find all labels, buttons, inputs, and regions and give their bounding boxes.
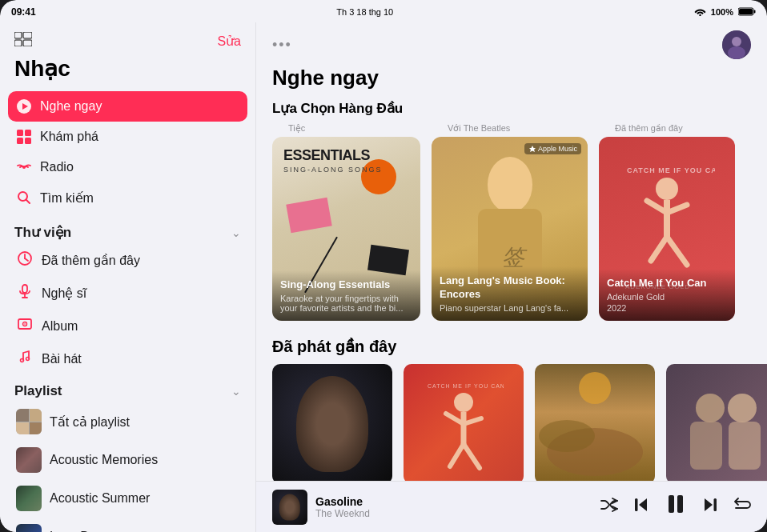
recent-card-gasoline[interactable] — [272, 364, 392, 481]
svg-point-35 — [656, 178, 678, 200]
svg-line-40 — [667, 237, 687, 265]
svg-line-48 — [464, 444, 480, 468]
now-playing-info: Gasoline The Weeknd — [315, 495, 592, 519]
recent-card-desert[interactable] — [535, 364, 655, 481]
desert-thumb — [535, 364, 655, 481]
playlist-item-label: Acoustic Summer — [50, 491, 150, 506]
status-time: 09:41 — [11, 6, 36, 18]
svg-line-47 — [450, 444, 464, 466]
search-icon — [16, 190, 32, 206]
playlist-chevron-icon[interactable]: ⌄ — [231, 385, 241, 398]
essentials-overlay: Sing-Along Essentials Karaoke at your fi… — [272, 270, 420, 321]
svg-rect-10 — [17, 130, 23, 136]
playlist-section-header: Playlist ⌄ — [0, 375, 255, 402]
catch-sublabel: Đã thêm gần đây — [599, 123, 735, 134]
svg-point-30 — [728, 46, 745, 59]
playlist-item-acoustic-summer[interactable]: Acoustic Summer — [8, 479, 247, 518]
library-item-label: Đã thêm gần đây — [42, 253, 140, 268]
edit-button[interactable]: Sửa — [217, 34, 241, 49]
library-section-header: Thư viện ⌄ — [0, 216, 255, 244]
adekunle-thumb: CATCH ME IF YOU CAN — [404, 364, 524, 481]
music-note-icon — [16, 350, 34, 368]
shuffle-button[interactable] — [600, 498, 618, 516]
svg-point-14 — [22, 166, 26, 169]
library-item-label: Album — [42, 319, 78, 334]
lang-sublabel: Với The Beatles — [432, 123, 588, 134]
sidebar-item-search[interactable]: Tìm kiếm — [8, 182, 247, 213]
content-scroll: Lựa Chọn Hàng Đầu Tiệc ESSENTIALS SING-A… — [256, 97, 767, 481]
library-item-recently-added[interactable]: Đã thêm gần đây — [8, 244, 247, 277]
repeat-button[interactable] — [733, 498, 751, 516]
svg-point-26 — [21, 359, 24, 362]
now-playing-artist: The Weeknd — [315, 508, 592, 519]
recent-card-couple[interactable] — [666, 364, 767, 481]
main-title: Nghe ngay — [256, 64, 767, 97]
svg-rect-59 — [677, 495, 683, 513]
battery-body — [738, 7, 756, 18]
clock-icon — [16, 251, 34, 270]
gasoline-face-shape — [296, 376, 368, 472]
avatar[interactable] — [722, 30, 751, 59]
library-chevron-icon[interactable]: ⌄ — [231, 226, 241, 239]
album-icon — [16, 317, 34, 335]
svg-rect-58 — [669, 495, 674, 513]
pink-rect-shape — [286, 198, 331, 233]
sidebar-item-radio[interactable]: Radio — [8, 152, 247, 182]
couple-thumb — [666, 364, 767, 481]
now-playing-bar: Gasoline The Weeknd — [256, 481, 767, 532]
library-item-albums[interactable]: Album — [8, 310, 247, 342]
lazy-day-thumb — [16, 524, 42, 532]
lang-overlay-sub: Piano superstar Lang Lang's fa... — [440, 303, 580, 313]
svg-rect-20 — [22, 285, 27, 293]
catch-card: CATCH ME IF YOU CAN ADEKUNLE GOLD — [599, 137, 735, 321]
essentials-overlay-sub: Karaoke at your fingertips with your fav… — [280, 294, 412, 313]
now-playing-thumb — [272, 490, 307, 525]
svg-rect-12 — [17, 138, 23, 144]
pick-card-lang[interactable]: Với The Beatles Apple Music — [432, 123, 588, 321]
library-title: Thư viện — [14, 224, 71, 241]
radio-icon — [16, 159, 32, 175]
library-item-artists[interactable]: Nghệ sĩ — [8, 277, 247, 310]
previous-button[interactable] — [632, 497, 650, 517]
pause-button[interactable] — [665, 493, 687, 521]
catch-overlay-title: Catch Me If You Can — [607, 277, 727, 290]
svg-point-0 — [699, 14, 701, 15]
next-button[interactable] — [701, 497, 719, 517]
acoustic-summer-thumb — [16, 486, 42, 511]
svg-point-31 — [488, 157, 532, 213]
svg-line-39 — [651, 237, 667, 261]
lang-overlay: Lang Lang's Music Book: Encores Piano su… — [432, 266, 588, 321]
sidebar-item-label: Radio — [40, 160, 74, 174]
main-header: ••• — [256, 22, 767, 64]
battery-icon: 100% — [711, 7, 733, 17]
sidebar-item-discover[interactable]: Khám phá — [8, 122, 247, 152]
sidebar-item-listen-now[interactable]: Nghe ngay — [8, 91, 247, 122]
sidebar-layout-icon[interactable] — [14, 32, 32, 50]
svg-rect-5 — [14, 40, 22, 46]
playlist-item-lazy-day[interactable]: Lazy Day — [8, 518, 247, 532]
library-item-label: Nghệ sĩ — [42, 286, 86, 301]
pick-card-catch[interactable]: Đã thêm gần đây CATCH ME IF YOU CAN — [599, 123, 735, 321]
svg-rect-4 — [14, 32, 22, 38]
recent-card-adekunle[interactable]: CATCH ME IF YOU CAN — [404, 364, 524, 481]
status-bar: 09:41 Th 3 18 thg 10 100% — [0, 0, 767, 22]
catch-overlay-sub: Adekunle Gold — [607, 292, 727, 302]
sidebar-item-label: Nghe ngay — [40, 99, 102, 114]
svg-line-19 — [25, 258, 28, 261]
wifi-icon — [694, 7, 706, 18]
essentials-card: ESSENTIALS SING-ALONG SONGS Sing-Along E… — [272, 137, 420, 321]
status-date: Th 3 18 thg 10 — [336, 7, 393, 17]
sidebar-item-label: Khám phá — [40, 130, 98, 144]
pick-card-essentials[interactable]: Tiệc ESSENTIALS SING-ALONG SONGS — [272, 123, 420, 321]
svg-point-29 — [732, 37, 741, 46]
library-item-label: Bài hát — [42, 352, 82, 366]
library-item-songs[interactable]: Bài hát — [8, 342, 247, 375]
playlist-item-acoustic-memories[interactable]: Acoustic Memories — [8, 441, 247, 479]
ellipsis-icon[interactable]: ••• — [272, 37, 292, 54]
playlist-items: Tất cả playlist Acoustic Memories Acoust… — [0, 402, 255, 532]
playlist-item-all[interactable]: Tất cả playlist — [8, 402, 247, 441]
essentials-subtitle: SING-ALONG SONGS — [283, 166, 383, 174]
svg-text:CATCH ME IF YOU CAN: CATCH ME IF YOU CAN — [627, 166, 715, 174]
acoustic-memories-thumb — [16, 447, 42, 473]
library-items: Đã thêm gần đây Nghệ sĩ — [0, 244, 255, 375]
